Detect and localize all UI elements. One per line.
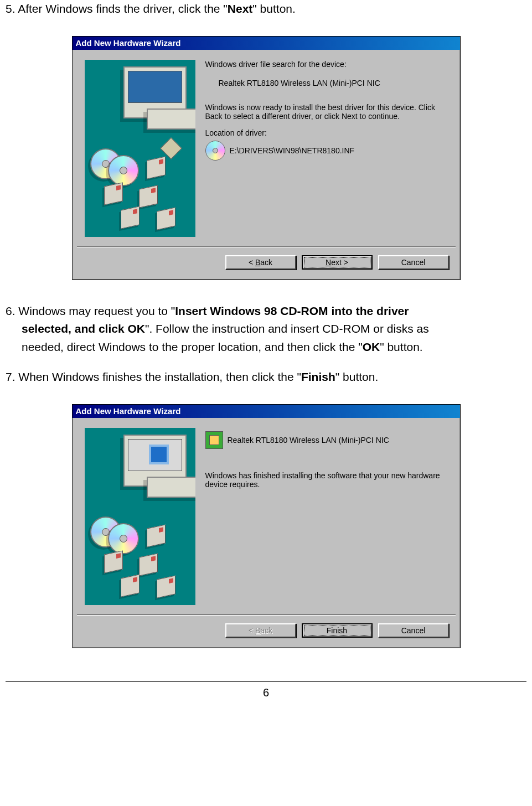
floppy-icon	[139, 553, 158, 576]
floppy-icon	[139, 185, 158, 208]
floppy-icon	[104, 182, 123, 205]
monitor-icon	[123, 66, 187, 118]
step6-bold2: selected, and click OK	[22, 322, 145, 335]
wizard2-content: Realtek RTL8180 Wireless LAN (Mini-)PCI …	[205, 428, 448, 611]
step5-post: " button.	[252, 2, 296, 15]
step6-text: 6. Windows may request you to "Insert Wi…	[6, 302, 526, 356]
wizard1-title: Add New Hardware Wizard	[76, 38, 181, 48]
back-button: < Back	[225, 623, 296, 638]
page-number: 6	[263, 686, 269, 699]
wizard2-titlebar: Add New Hardware Wizard	[73, 405, 460, 418]
wizard1-content: Windows driver file search for the devic…	[205, 60, 448, 242]
step6-d: " button.	[380, 340, 423, 353]
floppy-icon	[121, 206, 140, 229]
floppy-icon	[147, 156, 166, 179]
step7-bold: Finish	[301, 370, 335, 383]
monitor-icon	[123, 435, 187, 487]
wizard1-line1: Windows driver file search for the devic…	[205, 60, 448, 69]
cd-icon	[205, 141, 225, 161]
step6-b: ". Follow the instruction and insert CD-…	[145, 322, 429, 335]
chip-icon	[205, 431, 223, 449]
cancel-button[interactable]: Cancel	[378, 623, 449, 638]
floppy-icon	[147, 524, 166, 547]
floppy-icon	[157, 575, 175, 598]
back-button[interactable]: < Back	[225, 255, 296, 270]
step5-text: 5. After Windows finds the driver, click…	[6, 0, 526, 18]
wizard1-loc-label: Location of driver:	[205, 128, 448, 137]
step7-pre: 7. When Windows finishes the installatio…	[6, 370, 301, 383]
floppy-icon	[157, 207, 175, 230]
cancel-button[interactable]: Cancel	[378, 255, 449, 270]
floppy-icon	[121, 574, 140, 597]
floppy-icon	[104, 550, 123, 573]
finish-button[interactable]: Finish	[302, 623, 373, 638]
page-footer: 6	[6, 681, 526, 699]
wizard1-window: Add New Hardware Wizard Windows driver f…	[72, 36, 461, 280]
step5-pre: 5. After Windows finds the driver, click…	[6, 2, 228, 15]
wizard1-button-row: < Back Next > Cancel	[73, 247, 460, 280]
cd-icon	[108, 523, 139, 554]
document-icon	[149, 445, 169, 464]
wizard2-finished: Windows has finished installing the soft…	[205, 471, 448, 489]
wizard2-button-row: < Back Finish Cancel	[73, 616, 460, 648]
step6-c: needed, direct Windows to the proper loc…	[22, 340, 363, 353]
wizard1-device: Realtek RTL8180 Wireless LAN (Mini-)PCI …	[219, 79, 448, 87]
wizard2-device: Realtek RTL8180 Wireless LAN (Mini-)PCI …	[228, 436, 389, 445]
gear-icon	[160, 137, 182, 159]
wizard1-illustration	[85, 60, 195, 237]
cd-icon	[108, 155, 139, 186]
wizard2-title: Add New Hardware Wizard	[76, 406, 181, 416]
wizard2-illustration	[85, 428, 195, 605]
wizard1-loc-path: E:\DRIVERS\WIN98\NETR8180.INF	[230, 146, 355, 155]
next-button[interactable]: Next >	[302, 255, 373, 270]
step6-bold3: OK	[363, 340, 380, 353]
step6-a: 6. Windows may request you to "	[6, 304, 175, 317]
wizard1-titlebar: Add New Hardware Wizard	[73, 37, 460, 50]
step6-bold1: Insert Windows 98 CD-ROM into the driver	[175, 304, 409, 317]
step5-bold: Next	[228, 2, 253, 15]
step7-text: 7. When Windows finishes the installatio…	[6, 368, 526, 386]
step7-post: " button.	[335, 370, 379, 383]
wizard1-ready: Windows is now ready to install the best…	[205, 103, 448, 121]
wizard2-window: Add New Hardware Wizard	[72, 404, 461, 648]
